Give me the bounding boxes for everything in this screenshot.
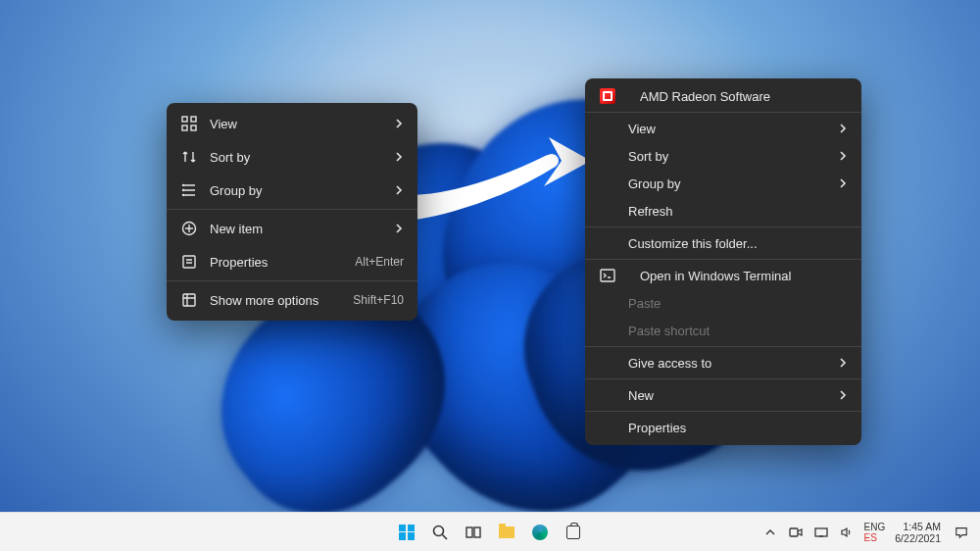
menu-label: View <box>628 122 826 136</box>
start-button[interactable] <box>393 519 420 546</box>
chevron-right-icon <box>394 185 404 195</box>
task-view-button[interactable] <box>460 519 487 546</box>
menu-label: View <box>210 117 382 131</box>
menu-item-new-item[interactable]: New item <box>167 212 417 245</box>
svg-rect-14 <box>474 527 480 537</box>
menu-item-customize-folder[interactable]: Customize this folder... <box>585 229 861 257</box>
menu-shortcut: Alt+Enter <box>355 255 404 269</box>
menu-label: Sort by <box>628 149 826 164</box>
menu-label: Show more options <box>210 293 323 308</box>
windows-logo-icon <box>399 525 415 540</box>
chevron-right-icon <box>838 390 848 400</box>
menu-separator <box>585 411 861 412</box>
menu-separator <box>585 378 861 379</box>
menu-item-view[interactable]: View <box>167 107 417 140</box>
svg-point-7 <box>183 195 184 196</box>
taskbar: ENG ES 1:45 AM 6/22/2021 <box>0 512 980 551</box>
svg-rect-16 <box>815 528 827 536</box>
menu-label: Paste shortcut <box>628 324 848 338</box>
clock-time: 1:45 AM <box>895 521 941 532</box>
context-menu-classic: AMD Radeon Software View Sort by Group b… <box>585 78 861 445</box>
file-explorer-button[interactable] <box>493 519 520 546</box>
terminal-icon <box>599 267 616 284</box>
svg-rect-4 <box>191 125 196 130</box>
sort-icon <box>180 148 198 166</box>
properties-icon <box>180 253 198 271</box>
chevron-right-icon <box>394 119 404 128</box>
menu-item-new[interactable]: New <box>585 381 861 409</box>
svg-point-12 <box>434 526 444 535</box>
svg-point-5 <box>183 185 184 186</box>
chevron-right-icon <box>838 124 848 133</box>
menu-item-show-more-options[interactable]: Show more options Shift+F10 <box>167 283 417 317</box>
more-options-icon <box>180 291 198 309</box>
store-button[interactable] <box>560 519 587 546</box>
clock[interactable]: 1:45 AM 6/22/2021 <box>895 521 941 544</box>
menu-item-sort-by[interactable]: Sort by <box>167 140 417 174</box>
menu-separator <box>585 112 861 113</box>
menu-label: Group by <box>210 183 382 198</box>
menu-label: Properties <box>628 421 848 435</box>
menu-label: AMD Radeon Software <box>640 89 848 104</box>
menu-separator <box>585 346 861 347</box>
tray-chevron-up[interactable] <box>762 525 778 540</box>
svg-rect-1 <box>182 117 187 122</box>
svg-rect-15 <box>790 528 798 536</box>
tray-volume-icon[interactable] <box>839 525 855 540</box>
menu-label: New item <box>210 222 382 236</box>
menu-separator <box>585 259 861 260</box>
menu-item-give-access-to[interactable]: Give access to <box>585 349 861 376</box>
menu-item-view[interactable]: View <box>585 115 861 142</box>
menu-item-properties[interactable]: Properties Alt+Enter <box>167 245 417 278</box>
menu-label: Open in Windows Terminal <box>640 269 848 283</box>
menu-label: Sort by <box>210 150 382 165</box>
new-icon <box>180 220 198 237</box>
language-secondary: ES <box>864 532 886 543</box>
menu-item-refresh[interactable]: Refresh <box>585 197 861 225</box>
notification-icon <box>955 526 968 539</box>
group-icon <box>180 181 198 199</box>
menu-label: Refresh <box>628 204 848 219</box>
menu-item-group-by[interactable]: Group by <box>167 174 417 207</box>
menu-item-paste: Paste <box>585 289 861 317</box>
menu-label: Give access to <box>628 356 826 371</box>
chevron-right-icon <box>394 152 404 162</box>
task-view-icon <box>465 524 482 541</box>
chevron-right-icon <box>838 178 848 188</box>
svg-rect-3 <box>182 125 187 130</box>
menu-label: Paste <box>628 296 848 311</box>
tray-network-icon[interactable] <box>813 525 829 540</box>
svg-rect-13 <box>466 527 472 537</box>
tray-meet-now-icon[interactable] <box>788 525 804 540</box>
amd-icon <box>599 87 616 105</box>
chevron-right-icon <box>394 224 404 233</box>
menu-item-open-terminal[interactable]: Open in Windows Terminal <box>585 262 861 289</box>
language-indicator[interactable]: ENG ES <box>864 522 886 543</box>
svg-rect-10 <box>183 294 195 306</box>
chevron-right-icon <box>838 151 848 161</box>
svg-point-6 <box>183 190 184 191</box>
search-button[interactable] <box>426 519 454 546</box>
edge-button[interactable] <box>526 519 554 546</box>
menu-item-properties[interactable]: Properties <box>585 414 861 441</box>
menu-label: New <box>628 388 826 403</box>
svg-rect-9 <box>183 256 195 268</box>
menu-separator <box>167 209 417 210</box>
menu-item-paste-shortcut: Paste shortcut <box>585 317 861 344</box>
menu-item-group-by[interactable]: Group by <box>585 170 861 197</box>
menu-item-sort-by[interactable]: Sort by <box>585 142 861 170</box>
search-icon <box>431 524 449 541</box>
menu-item-amd-radeon[interactable]: AMD Radeon Software <box>585 82 861 110</box>
menu-shortcut: Shift+F10 <box>353 293 404 307</box>
taskbar-center <box>393 519 587 546</box>
store-icon <box>566 526 580 539</box>
language-primary: ENG <box>864 522 886 532</box>
clock-date: 6/22/2021 <box>895 532 941 544</box>
view-icon <box>180 115 198 132</box>
notifications-button[interactable] <box>951 522 972 543</box>
menu-label: Group by <box>628 176 826 191</box>
menu-separator <box>167 280 417 281</box>
svg-rect-11 <box>601 270 614 281</box>
menu-label: Customize this folder... <box>628 236 848 251</box>
folder-icon <box>499 526 514 538</box>
